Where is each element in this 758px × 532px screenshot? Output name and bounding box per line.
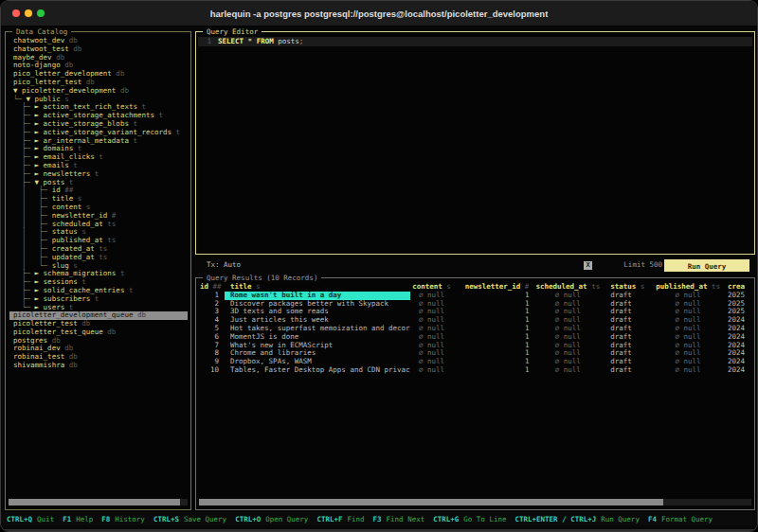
limit-label[interactable]: Limit 500 (623, 258, 662, 272)
cell[interactable]: 2025 (728, 292, 750, 300)
results-row-7[interactable]: 7What's new in ECMAScript∅ null1∅ nulldr… (200, 342, 750, 350)
cell[interactable]: draft (606, 308, 654, 316)
cell[interactable]: 1 (200, 292, 225, 300)
cell[interactable]: ∅ null (654, 316, 728, 325)
cell[interactable]: ∅ null (654, 366, 728, 375)
chevron-collapsed-icon[interactable]: ► (35, 152, 44, 161)
cell[interactable]: draft (606, 366, 654, 375)
minimize-button[interactable] (25, 9, 32, 17)
tree-item-shivammishra[interactable]: shivammishra db (9, 362, 188, 370)
shortcut-run-query[interactable]: CTRL+ENTER / CTRL+JRun Query (514, 515, 639, 523)
cell[interactable]: ∅ null (534, 316, 606, 325)
shortcut-save-query[interactable]: CTRL+SSave Query (153, 515, 226, 523)
shortcut-history[interactable]: F8History (101, 515, 145, 523)
cell[interactable]: 1 (460, 358, 535, 366)
column-header-crea[interactable]: crea (728, 283, 750, 292)
cell[interactable]: Just articles this week (225, 316, 410, 325)
cell[interactable]: 6 (200, 333, 225, 342)
column-header-title[interactable]: title s (225, 283, 410, 292)
results-row-6[interactable]: 6MomentJS is done∅ null1∅ nulldraft∅ nul… (200, 333, 750, 342)
cell[interactable]: ∅ null (534, 366, 606, 375)
cell[interactable]: 1 (460, 333, 535, 342)
cell[interactable]: draft (606, 342, 654, 350)
column-header-status[interactable]: status s (606, 283, 654, 292)
cell[interactable]: ∅ null (410, 358, 460, 366)
shortcut-go-to-line[interactable]: CTRL+GGo To Line (433, 515, 506, 523)
cell[interactable]: draft (606, 333, 654, 342)
catalog-hscrollbar-thumb[interactable] (9, 499, 180, 505)
cell[interactable]: draft (606, 316, 654, 325)
cell[interactable]: 1 (460, 349, 535, 358)
cell[interactable]: 4 (200, 316, 225, 325)
cell[interactable]: draft (606, 292, 654, 300)
results-row-2[interactable]: 2Discover packages better with Skypack∅ … (200, 300, 750, 309)
cell[interactable]: ∅ null (410, 325, 460, 333)
cell[interactable]: Rome wasn't built in a day (225, 292, 410, 300)
chevron-expanded-icon[interactable]: ▼ (13, 86, 22, 95)
cell[interactable]: Chrome and libraries (225, 349, 410, 358)
cell[interactable]: What's new in ECMAScript (225, 342, 410, 350)
cell[interactable]: 3 (200, 308, 225, 316)
cell[interactable]: Hot takes, superfast memoization and dec… (225, 325, 410, 333)
cell[interactable]: 5 (200, 325, 225, 333)
cell[interactable]: ∅ null (410, 308, 460, 316)
query-editor-panel[interactable]: Query Editor 1SELECT * FROM posts; (195, 31, 755, 255)
cell[interactable]: ∅ null (654, 358, 728, 366)
cell[interactable]: 1 (460, 292, 535, 300)
cell[interactable]: 1 (460, 308, 535, 316)
cell[interactable]: 2024 (728, 349, 750, 358)
results-row-8[interactable]: 8Chrome and libraries∅ null1∅ nulldraft∅… (200, 349, 750, 358)
cell[interactable]: 2 (200, 300, 225, 309)
cell[interactable]: ∅ null (654, 308, 728, 316)
chevron-collapsed-icon[interactable]: ► (35, 128, 44, 136)
chevron-collapsed-icon[interactable]: ► (35, 119, 44, 128)
results-row-4[interactable]: 4Just articles this week∅ null1∅ nulldra… (200, 316, 750, 325)
cell[interactable]: 1 (460, 366, 535, 375)
cell[interactable]: draft (606, 349, 654, 358)
cell[interactable]: ∅ null (534, 333, 606, 342)
results-row-10[interactable]: 10Tables, Faster Desktop Apps and CDN pr… (200, 366, 750, 375)
limit-checkbox[interactable]: X (584, 261, 592, 270)
shortcut-open-query[interactable]: CTRL+OOpen Query (235, 515, 308, 523)
results-row-1[interactable]: 1Rome wasn't built in a day∅ null1∅ null… (200, 292, 750, 300)
column-header-scheduled_at[interactable]: scheduled_at ts (534, 283, 606, 292)
chevron-collapsed-icon[interactable]: ► (35, 303, 44, 311)
chevron-collapsed-icon[interactable]: ► (35, 269, 44, 277)
cell[interactable]: draft (606, 300, 654, 309)
column-header-published_at[interactable]: published_at ts (654, 283, 728, 292)
column-header-content[interactable]: content s (410, 283, 460, 292)
catalog-hscrollbar[interactable] (9, 499, 188, 505)
shortcut-find[interactable]: CTRL+FFind (316, 515, 364, 523)
shortcut-help[interactable]: F1Help (63, 515, 93, 523)
shortcut-find-next[interactable]: F3Find Next (373, 515, 425, 523)
cell[interactable]: ∅ null (410, 349, 460, 358)
chevron-collapsed-icon[interactable]: ► (35, 294, 44, 303)
results-row-5[interactable]: 5Hot takes, superfast memoization and de… (200, 325, 750, 333)
close-button[interactable] (12, 9, 20, 17)
cell[interactable]: ∅ null (534, 325, 606, 333)
cell[interactable]: ∅ null (410, 316, 460, 325)
cell[interactable]: 1 (460, 300, 535, 309)
cell[interactable]: ∅ null (654, 292, 728, 300)
cell[interactable]: 1 (460, 342, 535, 350)
cell[interactable]: 8 (200, 349, 225, 358)
chevron-collapsed-icon[interactable]: ► (35, 111, 44, 119)
cell[interactable]: ∅ null (534, 349, 606, 358)
cell[interactable]: 10 (200, 366, 225, 375)
results-row-9[interactable]: 9Dropbox, SPAs, WASM∅ null1∅ nulldraft∅ … (200, 358, 750, 366)
cell[interactable]: 2024 (728, 366, 750, 375)
column-header-id[interactable]: id ## (200, 283, 225, 292)
cell[interactable]: ∅ null (410, 292, 460, 300)
chevron-collapsed-icon[interactable]: ► (35, 161, 44, 169)
run-query-button[interactable]: Run Query (664, 259, 749, 272)
cell[interactable]: ∅ null (410, 333, 460, 342)
chevron-collapsed-icon[interactable]: ► (35, 169, 44, 178)
chevron-collapsed-icon[interactable]: ► (35, 277, 44, 286)
cell[interactable]: Tables, Faster Desktop Apps and CDN priv… (225, 366, 410, 375)
cell[interactable]: 2024 (728, 316, 750, 325)
cell[interactable]: MomentJS is done (225, 333, 410, 342)
cell[interactable]: 2025 (728, 300, 750, 309)
chevron-collapsed-icon[interactable]: ► (35, 286, 44, 294)
cell[interactable]: ∅ null (534, 300, 606, 309)
cell[interactable]: ∅ null (534, 342, 606, 350)
